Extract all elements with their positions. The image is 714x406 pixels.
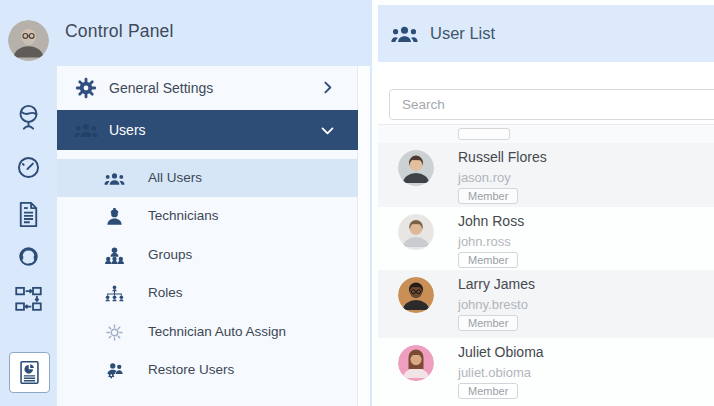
member-badge: Member — [458, 188, 518, 204]
groups-icon — [104, 245, 125, 266]
icon-rail — [0, 0, 57, 406]
menu-item-general-settings[interactable]: General Settings — [57, 66, 358, 110]
auto-assign-gear-icon — [104, 322, 125, 343]
partially-visible-user-row[interactable] — [378, 125, 714, 143]
user-username: jason.roy — [458, 170, 511, 185]
submenu-item-label: Restore Users — [148, 351, 234, 389]
avatar — [398, 277, 434, 313]
panel-title: User List — [430, 24, 495, 43]
submenu-item-label: Technicians — [148, 197, 219, 235]
users-icon — [74, 118, 98, 142]
globe-icon[interactable] — [13, 102, 44, 133]
chevron-down-icon — [319, 122, 336, 139]
users-group-icon — [104, 168, 125, 189]
submenu-item-technicians[interactable]: Technicians — [57, 197, 358, 235]
member-badge: Member — [458, 315, 518, 331]
menu-item-label: General Settings — [109, 66, 213, 110]
gear-icon — [74, 76, 98, 100]
avatar — [398, 150, 434, 186]
menu-item-label: Users — [109, 110, 146, 150]
user-row-juliet-obioma[interactable]: Juliet Obioma juliet.obioma Member — [378, 338, 714, 406]
submenu-item-label: Roles — [148, 274, 183, 312]
user-row-john-ross[interactable]: John Ross john.ross Member — [378, 207, 714, 271]
reports-pie-icon[interactable] — [9, 352, 50, 393]
submenu-item-technician-auto-assign[interactable]: Technician Auto Assign — [57, 313, 358, 351]
search-section — [378, 62, 714, 125]
submenu-item-roles[interactable]: Roles — [57, 274, 358, 312]
member-badge: Member — [458, 252, 518, 268]
avatar — [398, 214, 434, 250]
user-row-russell-flores[interactable]: Russell Flores jason.roy Member — [378, 143, 714, 207]
restore-users-icon — [104, 360, 125, 381]
user-username: john.ross — [458, 234, 511, 249]
user-list-header: User List — [378, 5, 714, 62]
user-row-larry-james[interactable]: Larry James johny.bresto Member — [378, 270, 714, 338]
profile-avatar[interactable] — [8, 20, 49, 61]
submenu-item-groups[interactable]: Groups — [57, 236, 358, 274]
search-input[interactable] — [389, 89, 714, 120]
technician-icon — [104, 206, 125, 227]
submenu-item-label: Groups — [148, 236, 192, 274]
submenu-item-restore-users[interactable]: Restore Users — [57, 351, 358, 389]
support-agent-icon[interactable] — [13, 242, 44, 273]
user-username: johny.bresto — [458, 297, 528, 312]
avatar — [398, 345, 434, 381]
submenu-item-all-users[interactable]: All Users — [57, 159, 358, 197]
member-badge: Member — [458, 383, 518, 399]
member-badge-partial — [458, 128, 510, 140]
user-name: Larry James — [458, 276, 535, 292]
report-document-icon[interactable] — [13, 199, 44, 230]
user-name: Russell Flores — [458, 149, 547, 165]
chevron-right-icon — [319, 79, 336, 96]
roles-tree-icon — [104, 283, 125, 304]
user-list-panel: User List Russell Flores — [372, 0, 714, 406]
workflow-icon[interactable] — [13, 284, 44, 315]
sidebar: Control Panel — [57, 0, 370, 406]
user-name: Juliet Obioma — [458, 344, 544, 360]
users-group-icon — [391, 24, 418, 44]
user-rows: Russell Flores jason.roy Member John Ros… — [378, 143, 714, 406]
user-name: John Ross — [458, 213, 524, 229]
menu-item-users[interactable]: Users — [57, 110, 358, 150]
sidebar-title: Control Panel — [65, 21, 174, 42]
submenu-item-label: All Users — [148, 159, 202, 197]
dashboard-gauge-icon[interactable] — [13, 152, 44, 183]
sidebar-scrollbar-track — [357, 66, 370, 406]
user-username: juliet.obioma — [458, 365, 531, 380]
submenu-item-label: Technician Auto Assign — [148, 313, 286, 351]
control-panel-app: Control Panel — [0, 0, 714, 406]
sidebar-menu: General Settings Users — [57, 66, 370, 406]
